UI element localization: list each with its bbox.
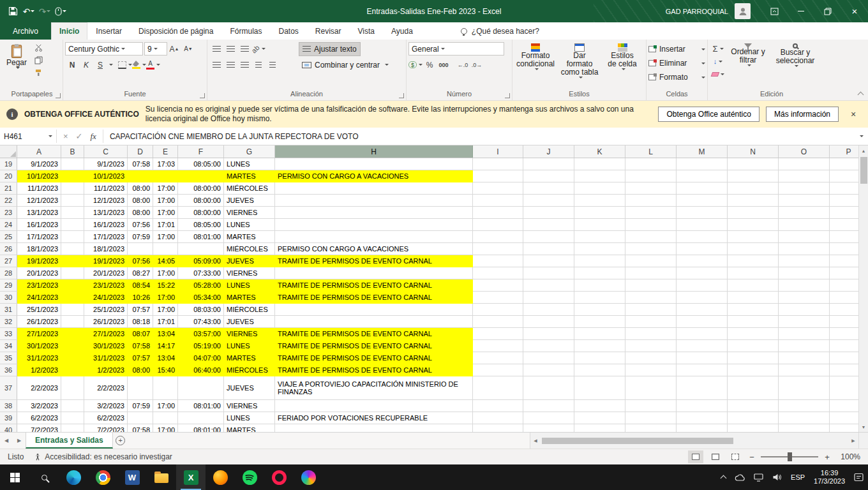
cell-J23[interactable] — [523, 207, 574, 219]
column-header-F[interactable]: F — [178, 145, 224, 158]
cell-N39[interactable] — [728, 412, 779, 424]
cell-C36[interactable]: 1/2/2023 — [84, 364, 128, 376]
cell-B22[interactable] — [61, 195, 84, 207]
cell-O37[interactable] — [779, 376, 830, 400]
underline-button[interactable]: S — [93, 59, 107, 71]
cell-O39[interactable] — [779, 412, 830, 424]
column-header-L[interactable]: L — [625, 145, 677, 158]
cell-I19[interactable] — [473, 158, 523, 170]
cell-A23[interactable]: 13/1/2023 — [17, 207, 61, 219]
cell-G39[interactable]: LUNES — [224, 412, 275, 424]
row-header-28[interactable]: 28 — [0, 267, 17, 279]
cell-I22[interactable] — [473, 195, 523, 207]
cell-K33[interactable] — [574, 328, 625, 340]
row-header-25[interactable]: 25 — [0, 231, 17, 243]
cell-G25[interactable]: MARTES — [224, 231, 275, 243]
tray-show-hidden-icons[interactable] — [717, 464, 730, 490]
cell-I21[interactable] — [473, 182, 523, 195]
cell-O36[interactable] — [779, 364, 830, 376]
cell-I30[interactable] — [473, 292, 523, 304]
cell-P34[interactable] — [830, 340, 858, 352]
cell-B34[interactable] — [61, 340, 84, 352]
cell-J20[interactable] — [523, 170, 574, 182]
cell-B39[interactable] — [61, 412, 84, 424]
cancel-entry-icon[interactable]: × — [63, 131, 68, 141]
row-header-27[interactable]: 27 — [0, 255, 17, 267]
cell-F32[interactable]: 07:43:00 — [178, 316, 224, 328]
cell-H24[interactable] — [275, 219, 473, 231]
cell-G19[interactable]: LUNES — [224, 158, 275, 170]
cell-L23[interactable] — [625, 207, 677, 219]
cell-P39[interactable] — [830, 412, 858, 424]
cell-K36[interactable] — [574, 364, 625, 376]
font-color-button[interactable]: A — [146, 59, 160, 71]
cell-G37[interactable]: JUEVES — [224, 376, 275, 400]
increase-font-button[interactable]: A▲ — [167, 43, 181, 56]
taskbar-spotify[interactable] — [235, 464, 264, 490]
cell-G36[interactable]: MIÉRCOLES — [224, 364, 275, 376]
cell-D33[interactable]: 08:07 — [128, 328, 153, 340]
start-button[interactable] — [0, 464, 29, 490]
accessibility-status[interactable]: Accesibilidad: es necesario investigar — [34, 452, 172, 461]
tell-me-search[interactable]: ¿Qué desea hacer? — [461, 22, 539, 40]
cut-button[interactable] — [31, 41, 45, 54]
cell-E30[interactable]: 17:00 — [153, 292, 178, 304]
cell-L19[interactable] — [625, 158, 677, 170]
select-all-corner[interactable] — [0, 145, 17, 158]
cell-M24[interactable] — [677, 219, 728, 231]
cell-L40[interactable] — [625, 424, 677, 432]
cell-N29[interactable] — [728, 279, 779, 292]
cell-E26[interactable] — [153, 243, 178, 255]
row-header-31[interactable]: 31 — [0, 304, 17, 316]
cell-K32[interactable] — [574, 316, 625, 328]
close-button[interactable]: × — [841, 0, 868, 22]
cell-G28[interactable]: VIERNES — [224, 267, 275, 279]
formula-input[interactable]: CAPACITACIÓN CNE MIEMBRO DE LA JUNTA REP… — [103, 128, 855, 145]
cell-L26[interactable] — [625, 243, 677, 255]
merge-center-button[interactable]: Combinar y centrar — [299, 58, 392, 72]
cell-N27[interactable] — [728, 255, 779, 267]
touch-mouse-mode-button[interactable] — [53, 3, 68, 20]
cell-J38[interactable] — [523, 400, 574, 412]
cell-G23[interactable]: VIERNES — [224, 207, 275, 219]
fill-button[interactable]: ↓ — [711, 55, 725, 68]
cell-L25[interactable] — [625, 231, 677, 243]
cell-I33[interactable] — [473, 328, 523, 340]
align-left-button[interactable] — [209, 59, 223, 71]
cell-H23[interactable] — [275, 207, 473, 219]
horizontal-scrollbar[interactable]: ◀ ▶ — [530, 433, 858, 449]
cell-I32[interactable] — [473, 316, 523, 328]
cell-A26[interactable]: 18/1/2023 — [17, 243, 61, 255]
cell-I31[interactable] — [473, 304, 523, 316]
delete-cells-button[interactable]: Eliminar — [648, 56, 705, 70]
cell-N22[interactable] — [728, 195, 779, 207]
clear-button[interactable] — [711, 68, 725, 80]
name-box[interactable]: H461 — [0, 128, 56, 145]
font-dialog-launcher[interactable] — [200, 93, 205, 98]
cell-G33[interactable]: VIERNES — [224, 328, 275, 340]
cell-F24[interactable]: 08:05:00 — [178, 219, 224, 231]
cell-D36[interactable]: 08:00 — [128, 364, 153, 376]
cell-E33[interactable]: 13:04 — [153, 328, 178, 340]
zoom-out-button[interactable]: − — [747, 452, 756, 462]
taskbar-word[interactable]: W — [117, 464, 147, 490]
cell-G21[interactable]: MIÉRCOLES — [224, 182, 275, 195]
row-header-35[interactable]: 35 — [0, 352, 17, 364]
cell-M20[interactable] — [677, 170, 728, 182]
cell-A22[interactable]: 12/1/2023 — [17, 195, 61, 207]
cell-N28[interactable] — [728, 267, 779, 279]
autosum-button[interactable]: Σ — [711, 42, 725, 55]
tab-archivo[interactable]: Archivo — [0, 22, 51, 40]
cell-K19[interactable] — [574, 158, 625, 170]
cell-I34[interactable] — [473, 340, 523, 352]
row-header-33[interactable]: 33 — [0, 328, 17, 340]
cell-P23[interactable] — [830, 207, 858, 219]
cell-O29[interactable] — [779, 279, 830, 292]
underline-caret[interactable] — [109, 64, 113, 66]
cell-C40[interactable]: 7/2/2023 — [84, 424, 128, 432]
cell-D19[interactable]: 07:58 — [128, 158, 153, 170]
redo-button[interactable]: ↷ — [37, 3, 52, 20]
row-header-24[interactable]: 24 — [0, 219, 17, 231]
cell-O27[interactable] — [779, 255, 830, 267]
page-break-view-button[interactable] — [728, 450, 743, 463]
